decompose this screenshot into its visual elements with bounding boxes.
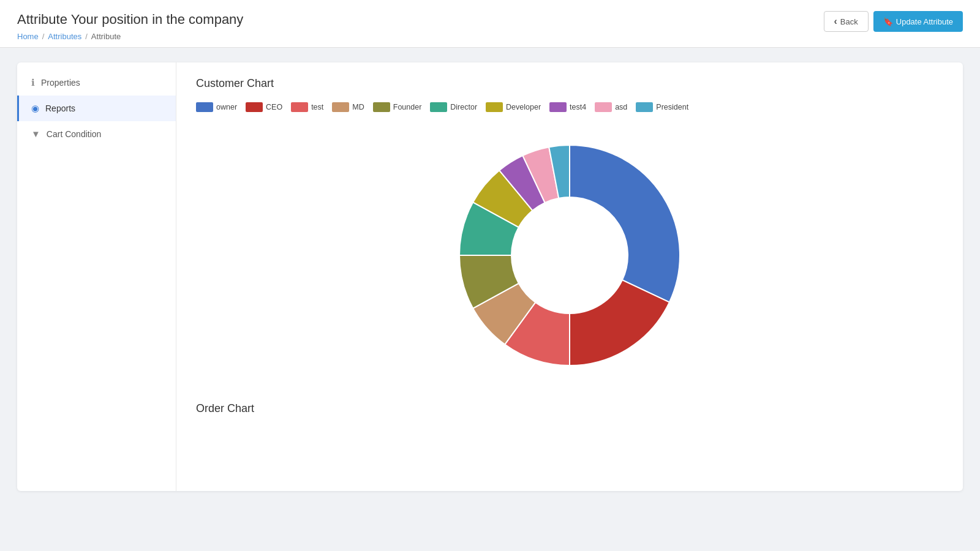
sidebar: ℹ Properties ◉ Reports ▼ Cart Condition	[17, 62, 176, 491]
legend-color	[196, 102, 213, 112]
legend-color	[486, 102, 503, 112]
donut-chart-container	[196, 127, 943, 384]
legend-label: test	[311, 103, 323, 111]
legend-item: President	[636, 102, 688, 112]
legend-label: Director	[450, 103, 477, 111]
legend-label: CEO	[266, 103, 282, 111]
legend-item: Developer	[486, 102, 541, 112]
header-buttons: Back 🔖 Update Attribute	[824, 11, 963, 32]
bookmark-icon: 🔖	[883, 17, 893, 26]
legend-item: test4	[549, 102, 586, 112]
legend-color	[636, 102, 653, 112]
legend-item: CEO	[246, 102, 282, 112]
top-header: Attribute Your position in the company B…	[0, 0, 980, 48]
legend-color	[332, 102, 349, 112]
legend-item: owner	[196, 102, 237, 112]
legend-color	[430, 102, 447, 112]
sidebar-item-reports[interactable]: ◉ Reports	[17, 96, 176, 121]
breadcrumb-sep-2: /	[85, 32, 88, 41]
update-attribute-button[interactable]: 🔖 Update Attribute	[873, 11, 963, 32]
legend-color	[595, 102, 612, 112]
legend-label: President	[656, 103, 688, 111]
breadcrumb-sep-1: /	[42, 32, 45, 41]
back-button[interactable]: Back	[824, 11, 869, 32]
legend-label: Founder	[393, 103, 422, 111]
legend-label: Developer	[506, 103, 541, 111]
sidebar-label-properties: Properties	[41, 78, 80, 88]
legend-color	[549, 102, 567, 112]
chevron-left-icon	[834, 16, 837, 27]
breadcrumb-attributes[interactable]: Attributes	[48, 32, 81, 41]
main-content: ℹ Properties ◉ Reports ▼ Cart Condition …	[0, 48, 980, 506]
sidebar-item-cart-condition[interactable]: ▼ Cart Condition	[17, 121, 176, 146]
page-title: Attribute Your position in the company	[17, 12, 243, 28]
order-chart-title: Order Chart	[196, 402, 943, 415]
info-icon: ℹ	[31, 77, 35, 88]
customer-chart-title: Customer Chart	[196, 77, 943, 90]
legend-color	[373, 102, 390, 112]
back-label: Back	[840, 17, 858, 26]
chart-icon: ◉	[31, 103, 39, 114]
main-card: ℹ Properties ◉ Reports ▼ Cart Condition …	[17, 62, 963, 491]
legend-item: Founder	[373, 102, 422, 112]
donut-chart	[441, 127, 698, 384]
legend-color	[291, 102, 308, 112]
content-area: Customer Chart ownerCEOtestMDFounderDire…	[176, 62, 963, 491]
legend-item: asd	[595, 102, 627, 112]
breadcrumb-current: Attribute	[91, 32, 121, 41]
chart-legend: ownerCEOtestMDFounderDirectorDeveloperte…	[196, 102, 943, 112]
legend-label: asd	[615, 103, 627, 111]
legend-item: test	[291, 102, 323, 112]
breadcrumb: Home / Attributes / Attribute	[17, 32, 963, 41]
breadcrumb-home[interactable]: Home	[17, 32, 39, 41]
legend-item: MD	[332, 102, 364, 112]
legend-label: MD	[352, 103, 364, 111]
sidebar-label-cart-condition: Cart Condition	[47, 129, 102, 139]
update-label: Update Attribute	[896, 17, 953, 26]
sidebar-item-properties[interactable]: ℹ Properties	[17, 70, 176, 96]
legend-label: owner	[216, 103, 237, 111]
filter-icon: ▼	[31, 129, 40, 139]
donut-hole	[513, 198, 627, 312]
legend-color	[246, 102, 263, 112]
sidebar-label-reports: Reports	[45, 103, 75, 113]
legend-item: Director	[430, 102, 477, 112]
legend-label: test4	[570, 103, 586, 111]
